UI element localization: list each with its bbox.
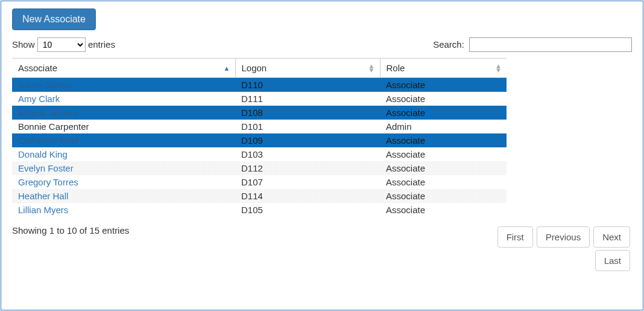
cell-role: Admin bbox=[380, 120, 507, 133]
associates-table: Associate ▲▼ Logon ▲▼ Role ▲▼ Aaron Jame… bbox=[12, 58, 507, 217]
cell-logon: D114 bbox=[235, 189, 380, 203]
associate-link[interactable]: Gregory Torres bbox=[18, 177, 78, 187]
show-label: Show bbox=[12, 39, 35, 50]
table-info: Showing 1 to 10 of 15 entries bbox=[12, 225, 129, 236]
page-last-button[interactable]: Last bbox=[595, 250, 630, 271]
search-control: Search: bbox=[433, 37, 632, 52]
table-row[interactable]: Evelyn FosterD112Associate bbox=[12, 161, 507, 175]
cell-logon: D105 bbox=[235, 203, 380, 217]
cell-logon: D101 bbox=[235, 120, 380, 133]
cell-associate: Bonnie Carpenter bbox=[12, 120, 235, 133]
search-input[interactable] bbox=[469, 37, 632, 52]
new-associate-button[interactable]: New Associate bbox=[12, 8, 96, 30]
table-row[interactable]: Catherine ReidD109Associate bbox=[12, 133, 507, 147]
cell-associate: Catherine Reid bbox=[12, 133, 235, 147]
cell-role: Associate bbox=[380, 78, 507, 92]
page-next-button[interactable]: Next bbox=[593, 226, 630, 248]
cell-associate: Angela Jenkins bbox=[12, 106, 235, 120]
associate-link[interactable]: Lillian Myers bbox=[18, 205, 68, 215]
table-row[interactable]: Donald KingD103Associate bbox=[12, 147, 507, 161]
table-row[interactable]: Amy ClarkD111Associate bbox=[12, 92, 507, 106]
column-header-associate[interactable]: Associate ▲▼ bbox=[12, 59, 235, 78]
cell-role: Associate bbox=[380, 92, 507, 106]
table-row[interactable]: Angela JenkinsD108Associate bbox=[12, 106, 507, 120]
sort-both-icon: ▲▼ bbox=[368, 64, 375, 72]
cell-associate: Lillian Myers bbox=[12, 203, 235, 217]
cell-role: Associate bbox=[380, 189, 507, 203]
sort-asc-icon: ▲▼ bbox=[224, 66, 230, 70]
entries-label: entries bbox=[88, 39, 115, 50]
column-header-role[interactable]: Role ▲▼ bbox=[380, 59, 507, 78]
cell-logon: D109 bbox=[235, 133, 380, 147]
cell-logon: D103 bbox=[235, 147, 380, 161]
cell-logon: D108 bbox=[235, 106, 380, 120]
associate-link[interactable]: Evelyn Foster bbox=[18, 163, 74, 173]
associate-link[interactable]: Donald King bbox=[18, 149, 68, 159]
table-row[interactable]: Gregory TorresD107Associate bbox=[12, 175, 507, 189]
cell-logon: D107 bbox=[235, 175, 380, 189]
column-header-logon-label: Logon bbox=[242, 63, 267, 73]
associate-link[interactable]: Aaron James bbox=[18, 80, 71, 90]
cell-associate: Amy Clark bbox=[12, 92, 235, 106]
cell-logon: D112 bbox=[235, 161, 380, 175]
cell-role: Associate bbox=[380, 161, 507, 175]
associate-link[interactable]: Angela Jenkins bbox=[18, 107, 80, 118]
table-controls: Show 102550100 entries Search: bbox=[12, 37, 632, 52]
associates-panel: New Associate Show 102550100 entries Sea… bbox=[1, 1, 643, 310]
cell-role: Associate bbox=[380, 133, 507, 147]
cell-role: Associate bbox=[380, 175, 507, 189]
column-header-logon[interactable]: Logon ▲▼ bbox=[235, 59, 380, 78]
column-header-role-label: Role bbox=[387, 63, 405, 73]
associate-link[interactable]: Catherine Reid bbox=[18, 135, 78, 146]
cell-role: Associate bbox=[380, 147, 507, 161]
sort-both-icon: ▲▼ bbox=[495, 64, 502, 72]
table-row[interactable]: Aaron JamesD110Associate bbox=[12, 78, 507, 92]
page-previous-button[interactable]: Previous bbox=[537, 226, 590, 248]
cell-associate: Evelyn Foster bbox=[12, 161, 235, 175]
search-label: Search: bbox=[433, 39, 464, 50]
page-length-select[interactable]: 102550100 bbox=[37, 37, 86, 52]
table-row[interactable]: Bonnie CarpenterD101Admin bbox=[12, 120, 507, 133]
page-first-button[interactable]: First bbox=[497, 226, 533, 248]
cell-associate: Heather Hall bbox=[12, 189, 235, 203]
cell-associate: Donald King bbox=[12, 147, 235, 161]
cell-associate: Aaron James bbox=[12, 78, 235, 92]
length-control: Show 102550100 entries bbox=[12, 37, 115, 52]
cell-logon: D111 bbox=[235, 92, 380, 106]
pagination: First Previous Next Last bbox=[457, 225, 632, 272]
associate-link[interactable]: Amy Clark bbox=[18, 94, 60, 104]
cell-role: Associate bbox=[380, 106, 507, 120]
cell-logon: D110 bbox=[235, 78, 380, 92]
table-footer: Showing 1 to 10 of 15 entries First Prev… bbox=[12, 225, 632, 272]
cell-role: Associate bbox=[380, 203, 507, 217]
associate-link[interactable]: Heather Hall bbox=[18, 191, 68, 201]
table-row[interactable]: Heather HallD114Associate bbox=[12, 189, 507, 203]
table-row[interactable]: Lillian MyersD105Associate bbox=[12, 203, 507, 217]
cell-associate: Gregory Torres bbox=[12, 175, 235, 189]
column-header-associate-label: Associate bbox=[18, 63, 57, 73]
